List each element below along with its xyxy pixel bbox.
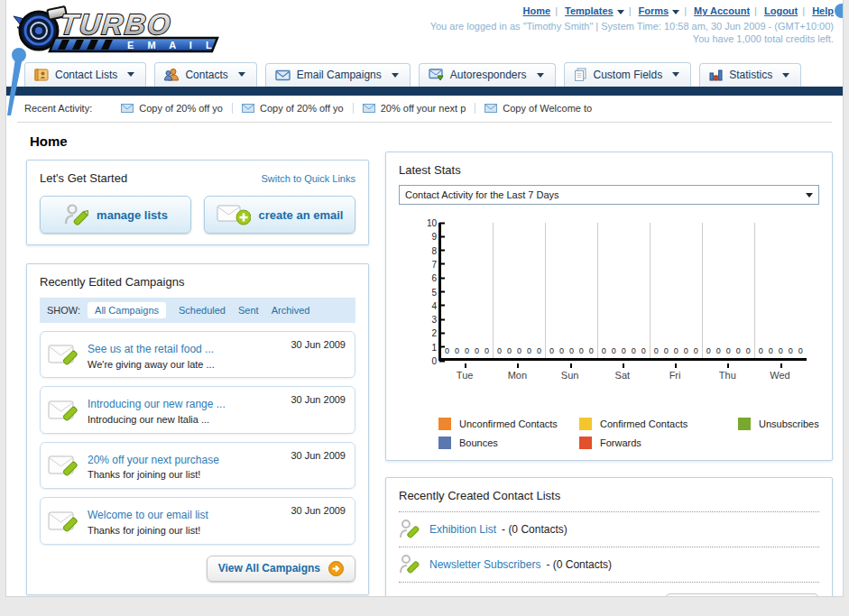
contacts-icon: [164, 68, 179, 81]
latest-stats-title: Latest Stats: [399, 163, 819, 177]
chart-day-group: 00000: [493, 223, 545, 358]
chevron-down-icon: [806, 193, 813, 198]
legend-label: Unconfirmed Contacts: [459, 418, 558, 429]
x-tick-label: Mon: [491, 363, 543, 381]
chevron-down-icon: [672, 10, 679, 14]
campaign-subtitle: Thanks for joining our list!: [88, 468, 219, 482]
view-all-campaigns-button[interactable]: View All Campaigns: [207, 556, 355, 582]
tab-custom-fields[interactable]: Custom Fields: [564, 62, 692, 87]
filter-scheduled[interactable]: Scheduled: [179, 305, 226, 316]
campaign-row[interactable]: 20% off your next purchase Thanks for jo…: [40, 442, 355, 489]
recent-activity-item[interactable]: Copy of Welcome to: [475, 103, 601, 114]
envelope-icon: [242, 104, 254, 113]
contact-list-link[interactable]: Newsletter Subscribers: [429, 558, 540, 571]
legend-item: Confirmed Contacts: [579, 418, 733, 430]
chart-day-group: 00000: [650, 223, 702, 358]
legend-item: Unconfirmed Contacts: [438, 418, 574, 430]
campaign-row[interactable]: Welcome to our email list Thanks for joi…: [40, 497, 355, 544]
login-status-text: You are logged in as "Timothy Smith" | S…: [430, 21, 834, 32]
navy-divider-bar: [6, 87, 843, 96]
get-started-title: Let's Get Started: [40, 171, 127, 185]
turbo-email-logo: E M A I L TURBO: [12, 4, 228, 58]
campaign-title-link[interactable]: See us at the retail food ...: [88, 343, 214, 355]
person-pencil-icon: [63, 203, 88, 226]
data-labels: 00000: [497, 346, 541, 355]
filter-archived[interactable]: Archived: [272, 305, 310, 316]
link-help[interactable]: Help: [812, 5, 834, 16]
legend-item: Bounces: [438, 437, 574, 449]
chart-day-group: 00000: [702, 223, 754, 358]
filter-all-campaigns[interactable]: All Campaigns: [88, 302, 166, 318]
campaign-row[interactable]: See us at the retail food ... We're givi…: [40, 331, 355, 378]
legend-label: Confirmed Contacts: [600, 418, 688, 429]
envelope-arrow-icon: [429, 69, 444, 81]
recent-activity-item[interactable]: Copy of 20% off yo: [112, 103, 233, 114]
envelope-icon: [363, 104, 375, 113]
link-templates[interactable]: Templates: [565, 5, 614, 16]
data-labels: 00000: [759, 346, 803, 355]
recent-activity-item[interactable]: 20% off your next p: [354, 103, 476, 114]
chevron-down-icon: [392, 73, 399, 78]
contact-list-link[interactable]: Exhibition List: [429, 523, 496, 536]
legend-item: Forwards: [579, 437, 733, 449]
link-my-account[interactable]: My Account: [694, 5, 750, 16]
latest-stats-panel: Latest Stats Contact Activity for the La…: [385, 152, 833, 461]
main-window: E M A I L TURBO Home| Templates| Forms| …: [5, 0, 844, 597]
campaign-date: 30 Jun 2009: [291, 505, 346, 516]
contact-list-count: - (0 Contacts): [502, 523, 568, 536]
tab-contact-lists[interactable]: Contact Lists: [24, 62, 146, 87]
see-all-contact-lists-button[interactable]: See All Contact Lists: [665, 593, 819, 597]
campaign-subtitle: Introducing our new Italia ...: [88, 413, 226, 427]
legend-swatch-icon: [579, 437, 592, 449]
campaign-row[interactable]: Introducing our new range ... Introducin…: [40, 386, 355, 433]
tab-label: Autoresponders: [450, 69, 527, 81]
contact-activity-chart: 109876543210 000000000000000000000000000…: [399, 223, 819, 403]
campaign-title-link[interactable]: 20% off your next purchase: [88, 454, 219, 466]
tab-label: Statistics: [729, 69, 772, 81]
manage-lists-button[interactable]: manage lists: [40, 196, 191, 234]
header-right: Home| Templates| Forms| My Account| Logo…: [430, 5, 834, 44]
tab-email-campaigns[interactable]: Email Campaigns: [265, 63, 411, 87]
link-forms[interactable]: Forms: [639, 5, 669, 16]
data-labels: 00000: [706, 346, 751, 355]
campaign-title-link[interactable]: Welcome to our email list: [88, 509, 208, 521]
switch-quick-links[interactable]: Switch to Quick Links: [261, 173, 355, 184]
x-tick-label: Thu: [701, 363, 753, 381]
x-tick-label: Sun: [543, 363, 595, 381]
envelope-pencil-icon: [48, 342, 80, 367]
tab-autoresponders[interactable]: Autoresponders: [419, 63, 556, 87]
chevron-down-icon: [127, 72, 134, 77]
tab-statistics[interactable]: Statistics: [699, 63, 801, 87]
link-home[interactable]: Home: [523, 5, 551, 16]
legend-swatch-icon: [438, 437, 451, 449]
svg-text:TURBO: TURBO: [59, 8, 174, 41]
chart-day-group: 00000: [597, 223, 650, 358]
chevron-down-icon: [537, 73, 544, 78]
legend-label: Forwards: [600, 437, 641, 448]
edge-dot-decoration: [835, 4, 844, 18]
show-label: SHOW:: [47, 305, 80, 316]
contact-list-row[interactable]: Exhibition List - (0 Contacts): [399, 511, 819, 547]
legend-swatch-icon: [738, 418, 751, 430]
pin-decoration: [6, 47, 30, 117]
tab-contacts[interactable]: Contacts: [154, 62, 256, 87]
campaign-subtitle: Thanks for joining our list!: [88, 524, 208, 538]
tab-label: Email Campaigns: [297, 69, 382, 81]
link-logout[interactable]: Logout: [764, 5, 798, 16]
campaign-title-link[interactable]: Introducing our new range ...: [88, 398, 226, 410]
chart-day-group: 00000: [441, 223, 493, 358]
data-labels: 00000: [654, 346, 698, 355]
chevron-down-icon: [238, 72, 245, 77]
chart-day-group: 00000: [754, 223, 807, 358]
contact-list-row[interactable]: Newsletter Subscribers - (0 Contacts): [399, 547, 819, 582]
campaign-date: 30 Jun 2009: [291, 339, 346, 350]
envelope-icon: [121, 104, 134, 113]
envelope-pencil-icon: [48, 453, 80, 478]
create-email-button[interactable]: create an email: [204, 196, 355, 234]
top-links: Home| Templates| Forms| My Account| Logo…: [430, 5, 834, 16]
recent-activity-item[interactable]: Copy of 20% off yo: [233, 103, 354, 114]
filter-sent[interactable]: Sent: [238, 305, 259, 316]
stats-period-select[interactable]: Contact Activity for the Last 7 Days: [399, 185, 819, 205]
view-all-campaigns-label: View All Campaigns: [218, 562, 320, 575]
legend-swatch-icon: [579, 418, 592, 430]
